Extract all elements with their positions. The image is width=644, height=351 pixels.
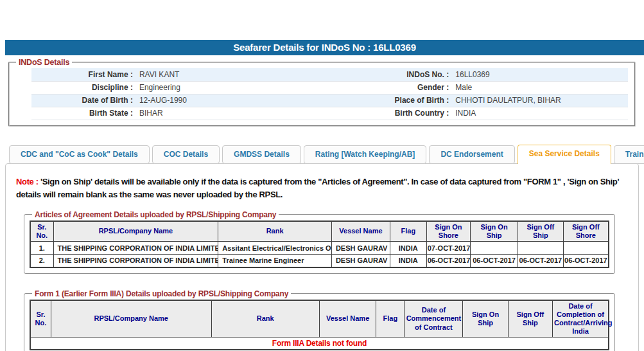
field-label: Birth Country :: [389, 107, 449, 120]
table-cell: 06-OCT-2017: [518, 255, 564, 267]
field-label: First Name :: [31, 68, 133, 81]
table-cell: 06-OCT-2017: [471, 255, 518, 267]
indos-row-date-of-birth: Date of Birth :12-AUG-1990Place of Birth…: [31, 94, 628, 107]
form1-table: Sr. No.RPSL/Company NameRankVessel NameF…: [30, 300, 609, 351]
table-row: 2.THE SHIPPING CORPORATION OF INDIA LIMI…: [30, 255, 609, 267]
table-cell: Trainee Marine Engineer: [218, 255, 332, 267]
page-title: Seafarer Details for INDoS No : 16LL0369: [5, 40, 644, 55]
articles-of-agreement-fieldset: Articles of Agreement Details uploaded b…: [24, 210, 615, 274]
form1-fieldset: Form 1 (Earlier Form IIIA) Details uploa…: [24, 289, 615, 351]
form1-legend: Form 1 (Earlier Form IIIA) Details uploa…: [32, 289, 291, 298]
note-label: Note :: [16, 177, 39, 186]
field-label: INDoS No. :: [389, 68, 449, 81]
column-header-sign-on-shore: Sign On Shore: [426, 221, 470, 242]
table-cell: INDIA: [390, 255, 426, 267]
column-header-rpsl-company-name: RPSL/Company Name: [53, 221, 218, 242]
field-value: RAVI KANT: [133, 68, 389, 81]
indos-details-table: First Name :RAVI KANTINDoS No. :16LL0369…: [31, 68, 628, 120]
tabs-area: CDC and "CoC as Cook" DetailsCOC Details…: [5, 145, 639, 351]
indos-row-discipline: Discipline :EngineeringGender :Male: [31, 81, 628, 94]
column-header-rpsl-company-name: RPSL/Company Name: [51, 300, 211, 338]
field-value: 12-AUG-1990: [133, 94, 389, 107]
column-header-rank: Rank: [211, 300, 319, 338]
tab-dc-endorsement[interactable]: DC Endorsement: [429, 145, 514, 164]
table-row: 1.THE SHIPPING CORPORATION OF INDIA LIMI…: [30, 242, 609, 255]
table-cell: 07-OCT-2017: [426, 242, 470, 255]
field-label: Place of Birth :: [389, 94, 449, 107]
articles-of-agreement-table: Sr. No.RPSL/Company NameRankVessel NameF…: [30, 221, 609, 268]
column-header-sign-off-shore: Sign Off Shore: [563, 221, 609, 242]
table-cell: [518, 242, 564, 255]
tab-coc-details[interactable]: COC Details: [152, 145, 220, 164]
form1-empty-row: Form IIIA Details not found: [30, 338, 609, 350]
field-label: Birth State :: [31, 107, 133, 120]
column-header-date-of-completion-of-contract-arriving-india: Date of Completion of Contract/Arriving …: [553, 300, 609, 338]
table-cell: [563, 242, 609, 255]
note: Note : 'Sign on Ship' details will be av…: [16, 176, 628, 201]
column-header-vessel-name: Vessel Name: [319, 300, 376, 338]
field-label: Gender :: [389, 81, 449, 94]
tab-strip: CDC and "CoC as Cook" DetailsCOC Details…: [9, 145, 639, 164]
table-cell: [471, 242, 518, 255]
column-header-vessel-name: Vessel Name: [331, 221, 390, 242]
indos-row-birth-state: Birth State :BIHARBirth Country :INDIA: [31, 107, 628, 120]
column-header-sr-no: Sr. No.: [30, 300, 51, 338]
table-cell: 1.: [30, 242, 53, 255]
table-cell: THE SHIPPING CORPORATION OF INDIA LIMITE…: [53, 242, 218, 255]
field-value: INDIA: [449, 107, 628, 120]
table-cell: 2.: [30, 255, 53, 267]
tab-sea-service-details[interactable]: Sea Service Details: [518, 145, 611, 164]
indos-details-fieldset: INDoS Details First Name :RAVI KANTINDoS…: [8, 58, 636, 127]
table-cell: DESH GAURAV: [331, 242, 390, 255]
column-header-sign-on-ship: Sign On Ship: [463, 300, 508, 338]
note-text: 'Sign on Ship' details will be available…: [16, 177, 619, 199]
seafarer-details-page: Seafarer Details for INDoS No : 16LL0369…: [0, 40, 644, 351]
field-value: CHHOTI DAULATPUR, BIHAR: [449, 94, 628, 107]
articles-of-agreement-legend: Articles of Agreement Details uploaded b…: [32, 210, 279, 219]
tab-content-panel: Note : 'Sign on Ship' details will be av…: [5, 163, 639, 351]
tab-gmdss-details[interactable]: GMDSS Details: [222, 145, 301, 164]
tab-rating-watch-keeping-ab[interactable]: Rating [Watch Keeping/AB]: [304, 145, 427, 164]
field-label: Discipline :: [31, 81, 133, 94]
table-cell: THE SHIPPING CORPORATION OF INDIA LIMITE…: [53, 255, 218, 267]
tab-training-details[interactable]: Training Details: [614, 145, 644, 164]
table-cell: 06-OCT-2017: [563, 255, 609, 267]
field-value: Engineering: [133, 81, 389, 94]
column-header-sign-on-ship: Sign On Ship: [471, 221, 518, 242]
table-cell: 06-OCT-2017: [426, 255, 470, 267]
indos-row-first-name: First Name :RAVI KANTINDoS No. :16LL0369: [31, 68, 628, 81]
field-label: Date of Birth :: [31, 94, 133, 107]
field-value: 16LL0369: [449, 68, 628, 81]
column-header-flag: Flag: [376, 300, 405, 338]
field-value: Male: [449, 81, 628, 94]
column-header-sr-no: Sr. No.: [30, 221, 53, 242]
column-header-sign-off-ship: Sign Off Ship: [508, 300, 552, 338]
column-header-rank: Rank: [218, 221, 332, 242]
column-header-flag: Flag: [390, 221, 426, 242]
column-header-date-of-commencement-of-contract: Date of Commencement of Contract: [405, 300, 463, 338]
table-cell: INDIA: [390, 242, 426, 255]
indos-details-legend: INDoS Details: [16, 58, 72, 67]
table-cell: DESH GAURAV: [331, 255, 390, 267]
field-value: BIHAR: [133, 107, 389, 120]
column-header-sign-off-ship: Sign Off Ship: [518, 221, 564, 242]
tab-cdc-and-coc-as-cook-details[interactable]: CDC and "CoC as Cook" Details: [9, 145, 150, 164]
table-cell: Assitant Electrical/Electronics Officer: [218, 242, 332, 255]
page-title-text: Seafarer Details for INDoS No : 16LL0369: [233, 42, 416, 53]
form1-empty-message: Form IIIA Details not found: [30, 338, 609, 350]
